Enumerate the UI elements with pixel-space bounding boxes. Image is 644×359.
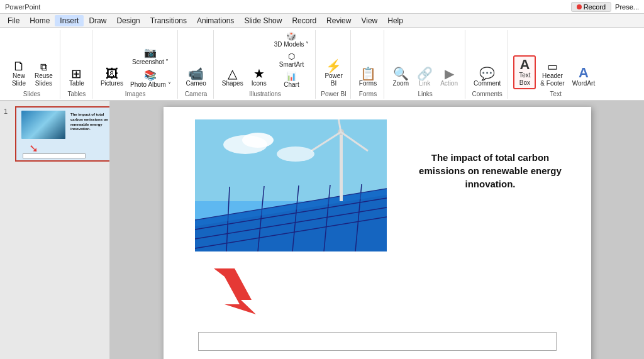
svg-rect-13 <box>340 132 343 201</box>
thumb-image-area <box>21 111 65 139</box>
comment-button[interactable]: 💬 Comment <box>470 65 504 89</box>
table-button[interactable]: ⊞ Table <box>65 65 88 89</box>
ribbon-items-illustrations: △ Shapes ★ Icons 🎲 3D Models ˅ ⬡ SmartAr… <box>219 30 312 89</box>
link-icon: 🔗 <box>417 67 433 80</box>
app-title: PowerPoint <box>5 3 40 11</box>
3d-models-icon: 🎲 <box>286 31 296 41</box>
tables-group-label: Tables <box>67 91 86 97</box>
pictures-button[interactable]: 🖼 Pictures <box>97 65 126 89</box>
slide-thumbnail[interactable]: The impact of total carbon emissions on … <box>15 106 110 162</box>
link-button[interactable]: 🔗 Link <box>413 65 436 89</box>
slides-panel: 1 The impact of total carbon emissions o… <box>0 101 110 359</box>
title-bar: PowerPoint Record Prese... <box>0 0 644 14</box>
wordart-icon: A <box>579 66 589 80</box>
title-bar-left: PowerPoint <box>5 3 40 11</box>
thumb-textbox <box>23 153 86 158</box>
cameo-button[interactable]: 📹 Cameo <box>183 65 209 89</box>
new-slide-icon: 🗋 <box>13 60 25 72</box>
ribbon-group-links: 🔍 Zoom 🔗 Link ▶ Action Links <box>386 30 465 99</box>
arrow-svg <box>211 265 267 316</box>
pictures-icon: 🖼 <box>106 67 118 80</box>
ribbon-items-text: A TextBox ▭ Header& Footer A WordArt <box>513 30 598 89</box>
record-label: Record <box>584 3 606 11</box>
links-group-label: Links <box>418 91 432 97</box>
text-box-icon: A <box>519 58 530 72</box>
ribbon-group-forms: 📋 Forms Forms <box>352 30 384 99</box>
slide-arrow-container <box>211 265 267 316</box>
menu-transitions[interactable]: Transitions <box>145 15 192 26</box>
chart-button[interactable]: 📊 Chart <box>272 70 312 89</box>
ribbon-items-comments: 💬 Comment <box>470 30 504 89</box>
screenshot-button[interactable]: 📷 Screenshot ˅ <box>128 45 173 67</box>
illustrations-group-label: Illustrations <box>249 91 281 97</box>
slide-number: 1 <box>4 108 8 115</box>
action-button[interactable]: ▶ Action <box>437 65 461 89</box>
new-slide-button[interactable]: 🗋 NewSlide <box>8 58 30 89</box>
menu-design[interactable]: Design <box>111 15 145 26</box>
camera-group-label: Camera <box>185 91 208 97</box>
slide-image <box>195 119 387 251</box>
reuse-slides-icon: ⧉ <box>40 62 47 72</box>
menu-home[interactable]: Home <box>25 15 55 26</box>
forms-button[interactable]: 📋 Forms <box>356 65 380 89</box>
photo-album-icon: 📚 <box>144 69 157 81</box>
slide-textbox[interactable] <box>198 332 557 351</box>
comment-icon: 💬 <box>479 67 495 80</box>
menu-help[interactable]: Help <box>382 15 408 26</box>
menu-file[interactable]: File <box>3 15 25 26</box>
main-slide-area: The impact of total carbon emissions on … <box>110 101 644 359</box>
ribbon-items-camera: 📹 Cameo <box>183 30 209 89</box>
reuse-slides-button[interactable]: ⧉ ReuseSlides <box>31 60 56 89</box>
record-button[interactable]: Record <box>571 2 611 12</box>
svg-point-19 <box>242 133 274 148</box>
thumb-text: The impact of total carbon emissions on … <box>70 113 108 132</box>
menu-view[interactable]: View <box>356 15 382 26</box>
icons-button[interactable]: ★ Icons <box>248 65 270 89</box>
ribbon-items-forms: 📋 Forms <box>356 30 380 89</box>
header-footer-button[interactable]: ▭ Header& Footer <box>537 59 567 89</box>
forms-icon: 📋 <box>360 67 376 80</box>
zoom-icon: 🔍 <box>393 67 409 80</box>
zoom-button[interactable]: 🔍 Zoom <box>389 65 412 89</box>
ribbon-items-links: 🔍 Zoom 🔗 Link ▶ Action <box>389 30 461 89</box>
thumb-content: The impact of total carbon emissions on … <box>16 108 110 160</box>
slide-canvas: The impact of total carbon emissions on … <box>164 107 591 360</box>
comments-group-label: Comments <box>472 91 502 97</box>
ribbon-group-powerbi: ⚡ PowerBI Power BI <box>317 30 351 99</box>
menu-animations[interactable]: Animations <box>192 15 239 26</box>
text-box-button[interactable]: A TextBox <box>513 55 536 89</box>
3d-models-button[interactable]: 🎲 3D Models ˅ <box>272 30 312 49</box>
menu-bar: File Home Insert Draw Design Transitions… <box>0 14 644 28</box>
slide-panel-item: 1 The impact of total carbon emissions o… <box>15 106 106 162</box>
smartart-button[interactable]: ⬡ SmartArt <box>272 50 312 69</box>
power-bi-button[interactable]: ⚡ PowerBI <box>321 58 345 89</box>
shapes-button[interactable]: △ Shapes <box>219 65 247 89</box>
ribbon-items-tables: ⊞ Table <box>65 30 88 89</box>
ribbon-group-images: 🖼 Pictures 📷 Screenshot ˅ 📚 Photo Album … <box>94 30 178 99</box>
menu-slideshow[interactable]: Slide Show <box>239 15 287 26</box>
action-icon: ▶ <box>445 67 454 80</box>
ribbon-items-powerbi: ⚡ PowerBI <box>321 30 345 89</box>
chart-icon: 📊 <box>286 72 296 81</box>
ribbon-group-tables: ⊞ Table Tables <box>62 30 92 99</box>
smartart-icon: ⬡ <box>288 52 295 61</box>
ribbon-items-slides: 🗋 NewSlide ⧉ ReuseSlides <box>8 30 56 89</box>
power-bi-icon: ⚡ <box>326 60 341 72</box>
ribbon-group-illustrations: △ Shapes ★ Icons 🎲 3D Models ˅ ⬡ SmartAr… <box>215 30 316 99</box>
menu-insert[interactable]: Insert <box>55 15 84 26</box>
menu-review[interactable]: Review <box>321 15 356 26</box>
ribbon-group-slides: 🗋 NewSlide ⧉ ReuseSlides Slides <box>4 30 60 99</box>
photo-album-button[interactable]: 📚 Photo Album ˅ <box>128 68 173 89</box>
menu-draw[interactable]: Draw <box>84 15 111 26</box>
screenshot-icon: 📷 <box>144 47 157 58</box>
ribbon-group-camera: 📹 Cameo Camera <box>179 30 214 99</box>
app-body: 1 The impact of total carbon emissions o… <box>0 101 644 359</box>
powerbi-group-label: Power BI <box>321 91 347 97</box>
present-label: Prese... <box>615 3 639 11</box>
svg-marker-21 <box>214 268 256 314</box>
ribbon-items-images: 🖼 Pictures 📷 Screenshot ˅ 📚 Photo Album … <box>97 30 174 89</box>
forms-group-label: Forms <box>359 91 377 97</box>
wordart-button[interactable]: A WordArt <box>569 64 599 89</box>
menu-record[interactable]: Record <box>287 15 321 26</box>
slide-title: The impact of total carbon emissions on … <box>409 151 572 191</box>
